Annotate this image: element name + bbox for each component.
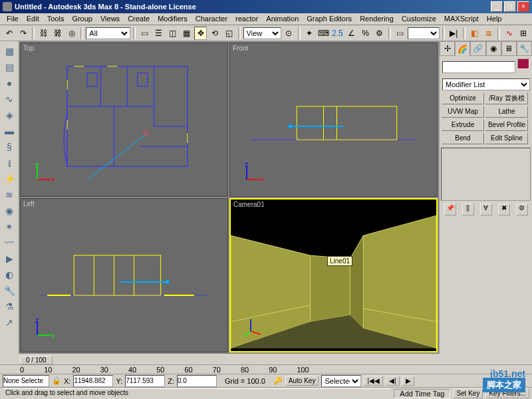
cloth-icon[interactable]: ▤ xyxy=(2,60,17,74)
rope-icon[interactable]: ∿ xyxy=(2,92,17,106)
mod-extrude[interactable]: Extrude xyxy=(442,119,484,131)
menu-views[interactable]: Views xyxy=(96,13,124,25)
transform-z[interactable] xyxy=(177,375,217,387)
angle-snap-button[interactable]: ∠ xyxy=(345,27,358,40)
mod-editspline[interactable]: Edit Spline xyxy=(485,132,528,144)
move-button[interactable]: ✥ xyxy=(194,27,207,40)
menu-modifiers[interactable]: Modifiers xyxy=(154,13,192,25)
spinner-snap-button[interactable]: ⚙ xyxy=(373,27,386,40)
analyze-icon[interactable]: ⚗ xyxy=(2,299,17,314)
lock-icon[interactable]: 🔒 xyxy=(52,376,61,385)
modify-tab[interactable]: 🌈 xyxy=(455,41,470,56)
viewport-front[interactable]: Front xz xyxy=(229,43,438,197)
pin-stack-button[interactable]: 📌 xyxy=(444,203,456,215)
schematic-view-button[interactable]: ⊞ xyxy=(517,27,529,40)
show-end-result-button[interactable]: || xyxy=(462,203,474,215)
mirror-button[interactable]: ▶| xyxy=(448,27,460,40)
plane-icon[interactable]: ▬ xyxy=(2,124,17,138)
menu-grapheditors[interactable]: Graph Editors xyxy=(303,13,356,25)
link-button[interactable]: ⛓ xyxy=(37,27,50,40)
utilities-tab[interactable]: 🔧 xyxy=(517,41,532,56)
dashpot-icon[interactable]: ⫿ xyxy=(2,156,17,170)
viewport-top[interactable]: Top xy xyxy=(20,43,228,197)
ref-coord-system[interactable]: View xyxy=(243,27,281,39)
rigid-body-icon[interactable]: ▦ xyxy=(2,44,17,59)
make-unique-button[interactable]: ∀ xyxy=(480,203,492,215)
close-button[interactable]: × xyxy=(517,1,529,12)
modifier-list-dropdown[interactable]: Modifier List xyxy=(442,78,530,90)
transform-y[interactable] xyxy=(125,375,165,387)
named-sel-dropdown[interactable] xyxy=(408,27,440,39)
add-time-tag[interactable]: Add Time Tag xyxy=(394,389,450,398)
bind-button[interactable]: ◎ xyxy=(65,27,78,40)
mod-lathe[interactable]: Lathe xyxy=(485,106,528,118)
autokey-button[interactable]: Auto Key xyxy=(285,376,319,386)
motion-tab[interactable]: ◉ xyxy=(486,41,501,56)
time-slider-thumb[interactable]: 0 / 100 xyxy=(20,356,53,364)
menu-tools[interactable]: Tools xyxy=(43,13,68,25)
viewport-camera[interactable]: Camera01 Line01 xyxy=(229,198,438,352)
object-name-field[interactable] xyxy=(442,61,515,73)
menu-edit[interactable]: Edit xyxy=(23,13,43,25)
water-icon[interactable]: 〰 xyxy=(2,235,17,250)
scale-button[interactable]: ◱ xyxy=(223,27,235,40)
transform-x[interactable] xyxy=(73,375,113,387)
align-button[interactable]: ◧ xyxy=(468,27,481,40)
menu-create[interactable]: Create xyxy=(124,13,154,25)
motor-icon[interactable]: ⚡ xyxy=(2,172,17,186)
keyboard-shortcut-button[interactable]: ⌨ xyxy=(317,27,330,40)
remove-modifier-button[interactable]: ✖ xyxy=(498,203,510,215)
curve-editor-button[interactable]: ∿ xyxy=(503,27,515,40)
percent-snap-button[interactable]: % xyxy=(359,27,372,40)
wind-icon[interactable]: ≋ xyxy=(2,188,17,202)
layers-button[interactable]: ≣ xyxy=(482,27,495,40)
play-button[interactable]: ▶ xyxy=(402,376,414,386)
manipulate-button[interactable]: ✦ xyxy=(303,27,316,40)
soft-body-icon[interactable]: ● xyxy=(2,76,17,90)
menu-group[interactable]: Group xyxy=(68,13,96,25)
mod-optimize[interactable]: Optimize xyxy=(442,92,484,104)
menu-character[interactable]: Character xyxy=(192,13,231,25)
viewport-left[interactable]: Left yz xyxy=(20,198,228,352)
key-icon[interactable]: 🔑 xyxy=(273,376,283,385)
mod-uvwmap[interactable]: UVW Map xyxy=(442,106,484,118)
configure-sets-button[interactable]: ⚙ xyxy=(516,203,528,215)
deforming-mesh-icon[interactable]: ◈ xyxy=(2,108,17,122)
export-icon[interactable]: ↗ xyxy=(2,315,17,330)
create-tab[interactable]: ✢ xyxy=(440,41,455,56)
maximize-button[interactable]: □ xyxy=(504,1,516,12)
time-slider-track[interactable]: 0 / 100 xyxy=(0,355,532,364)
menu-help[interactable]: Help xyxy=(483,13,506,25)
named-sel-sets[interactable]: ▭ xyxy=(394,27,406,40)
undo-button[interactable]: ↶ xyxy=(3,27,15,40)
menu-file[interactable]: File xyxy=(3,13,23,25)
select-region-button[interactable]: ◫ xyxy=(166,27,179,40)
object-color-swatch[interactable] xyxy=(517,59,529,69)
redo-button[interactable]: ↷ xyxy=(17,27,29,40)
util-icon[interactable]: 🔧 xyxy=(2,283,17,298)
setkey-button[interactable]: Set Key xyxy=(453,388,483,398)
menu-reactor[interactable]: reactor xyxy=(231,13,262,25)
select-button[interactable]: ▭ xyxy=(138,27,151,40)
prev-frame-button[interactable]: ◀| xyxy=(386,376,400,386)
spring-icon[interactable]: § xyxy=(2,140,17,154)
key-mode-dropdown[interactable]: Selected xyxy=(321,375,361,387)
mod-bend[interactable]: Bend xyxy=(442,132,484,144)
menu-maxscript[interactable]: MAXScript xyxy=(440,13,483,25)
use-center-button[interactable]: ⊙ xyxy=(283,27,295,40)
select-by-name-button[interactable]: ☰ xyxy=(152,27,165,40)
menu-rendering[interactable]: Rendering xyxy=(356,13,398,25)
menu-animation[interactable]: Animation xyxy=(262,13,303,25)
snap-button[interactable]: 2.5 xyxy=(331,27,344,40)
mod-ray[interactable]: /Ray 置换模式 xyxy=(485,92,528,104)
selection-filter[interactable]: All xyxy=(86,27,130,39)
preview-icon[interactable]: ▶ xyxy=(2,251,17,266)
goto-start-button[interactable]: |◀◀ xyxy=(364,376,383,386)
mod-bevelprofile[interactable]: Bevel Profile xyxy=(485,119,528,131)
toy-car-icon[interactable]: ◉ xyxy=(2,203,17,218)
window-crossing-button[interactable]: ▦ xyxy=(180,27,193,40)
create-anim-icon[interactable]: ◐ xyxy=(2,267,17,282)
minimize-button[interactable]: _ xyxy=(491,1,503,12)
timeline-ruler[interactable]: 0102030405060708090100 xyxy=(0,364,532,374)
modifier-stack[interactable] xyxy=(441,148,531,201)
